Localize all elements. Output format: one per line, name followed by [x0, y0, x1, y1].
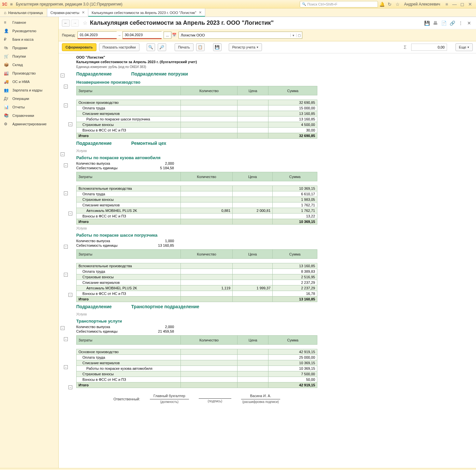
more-button[interactable]: Еще▾: [455, 43, 473, 51]
sidebar-item[interactable]: ДтОперации: [0, 94, 58, 103]
print-preview-icon[interactable]: 📋: [196, 43, 205, 51]
sidebar-item[interactable]: ⚙Администрирование: [0, 120, 58, 128]
generate-button[interactable]: Сформировать: [62, 43, 96, 51]
table-row[interactable]: Оплата труда6 610,17: [77, 191, 317, 197]
maximize-icon[interactable]: ◻: [458, 2, 466, 7]
save-icon[interactable]: 💾: [423, 20, 430, 27]
table-row[interactable]: Взносы в ФСС от НС и ПЗ13,22: [77, 214, 317, 219]
sidebar-icon: 🚚: [4, 79, 10, 84]
outline-toggle[interactable]: −: [64, 273, 68, 277]
minimize-icon[interactable]: —: [451, 2, 458, 7]
chevron-down-icon[interactable]: ▾: [290, 34, 296, 37]
table-row[interactable]: Списание материалов2 237,29: [77, 280, 317, 285]
table-row[interactable]: Вспомогательные производства13 160,85: [77, 263, 317, 269]
print-header-icon[interactable]: 🖶: [432, 20, 439, 27]
favorite-toggle-icon[interactable]: ☆: [83, 20, 87, 26]
table-row[interactable]: Страховые взносы7 500,00: [77, 371, 317, 377]
table-row[interactable]: Взносы в ФСС от НС и ПЗ30,00: [77, 128, 317, 133]
period-picker-button[interactable]: ...: [164, 32, 171, 39]
main-menu-button[interactable]: ≡: [10, 2, 13, 7]
table-row[interactable]: Оплата труда25 000,00: [77, 355, 317, 360]
table-row[interactable]: Работы по покраске шасси погрузчика13 16…: [77, 117, 317, 122]
table-row[interactable]: Страховые взносы1 983,05: [77, 197, 317, 202]
start-page-tab[interactable]: ⌂ Начальная страница: [0, 8, 47, 17]
sidebar-item-label: Операции: [12, 97, 29, 101]
sidebar-item[interactable]: 🏭Производство: [0, 69, 58, 77]
row-sum: 13 160,85: [268, 111, 317, 117]
table-row[interactable]: Оплата труда8 389,83: [77, 269, 317, 274]
close-app-icon[interactable]: ✕: [466, 2, 474, 7]
outline-toggle[interactable]: −: [64, 163, 68, 167]
global-search-input[interactable]: Поиск Ctrl+Shift+F: [300, 1, 378, 7]
tab[interactable]: Справки-расчеты✕: [47, 8, 89, 17]
outline-toggle[interactable]: −: [61, 326, 65, 330]
outline-toggle[interactable]: −: [64, 337, 68, 341]
outline-toggle[interactable]: −: [64, 85, 68, 89]
sidebar-item[interactable]: ₽Банк и касса: [0, 35, 58, 44]
sidebar-item[interactable]: 👤Руководителю: [0, 27, 58, 35]
outline-toggle[interactable]: −: [64, 191, 68, 195]
service-title: Работы по покраске кузова автомобиля: [76, 155, 317, 160]
row-name: Списание материалов: [77, 202, 181, 208]
table-row[interactable]: Вспомогательные производства10 369,15: [77, 186, 317, 191]
table-row[interactable]: Основное производство42 919,15: [77, 349, 317, 355]
table-row[interactable]: Работы по покраске кузова автомобиля10 3…: [77, 366, 317, 371]
link-icon[interactable]: 🔗: [449, 20, 456, 27]
tab-label: Калькуляция себестоимости за Апрель 2023…: [92, 11, 196, 15]
star-icon[interactable]: ☆: [394, 2, 401, 7]
sidebar-item-label: Склад: [12, 63, 23, 67]
outline-toggle[interactable]: −: [61, 152, 65, 156]
outline-toggle[interactable]: −: [61, 74, 65, 77]
close-icon[interactable]: ✕: [199, 10, 202, 15]
section-header: ПодразделениеТранспортное подразделение: [76, 304, 317, 309]
find-icon[interactable]: 🔍: [147, 43, 155, 51]
save-disk-icon[interactable]: 💾: [213, 43, 222, 51]
bell-icon[interactable]: 🔔: [378, 2, 386, 7]
outline-toggle[interactable]: −: [64, 245, 68, 249]
sum-field[interactable]: [411, 44, 447, 51]
sidebar-item[interactable]: 📊Отчеты: [0, 103, 58, 111]
nav-forward-button[interactable]: →: [71, 20, 79, 27]
table-row[interactable]: Страховые взносы4 500,00: [77, 122, 317, 128]
nav-back-button[interactable]: ←: [62, 20, 70, 27]
find-next-icon[interactable]: 🔎: [158, 43, 166, 51]
outline-toggle[interactable]: −: [68, 293, 72, 297]
table-row[interactable]: Списание материалов13 160,85: [77, 111, 317, 117]
equalizer-icon[interactable]: ≡: [443, 2, 451, 7]
tab[interactable]: Калькуляция себестоимости за Апрель 2023…: [88, 8, 205, 17]
page-title: Калькуляция себестоимости за Апрель 2023…: [90, 20, 274, 26]
outline-toggle[interactable]: −: [68, 122, 72, 126]
outline-toggle[interactable]: −: [68, 385, 72, 389]
table-row[interactable]: Основное производство32 690,85: [77, 100, 317, 105]
sidebar-item[interactable]: ≡Главное: [0, 18, 58, 27]
print-button[interactable]: Печать: [175, 43, 194, 51]
table-row[interactable]: Автоэмаль MOBIHEL PLUS 2K0,8812 000,811 …: [77, 208, 317, 214]
sidebar-item[interactable]: 📚Справочники: [0, 111, 58, 120]
close-tab-icon[interactable]: ✕: [466, 20, 473, 27]
outline-toggle[interactable]: −: [68, 212, 72, 215]
table-row[interactable]: Автоэмаль MOBIHEL PLUS 2K1,1191 999,372 …: [77, 285, 317, 291]
kebab-menu-icon[interactable]: ⋮: [457, 20, 464, 27]
outline-toggle[interactable]: −: [64, 365, 68, 369]
table-row[interactable]: Взносы в ФСС от НС и ПЗ50,00: [77, 377, 317, 382]
history-icon[interactable]: ↻: [386, 2, 394, 7]
open-org-icon[interactable]: ▢: [296, 34, 302, 37]
sidebar-item[interactable]: 🛒Покупки: [0, 52, 58, 61]
sidebar-item[interactable]: 🚚ОС и НМА: [0, 77, 58, 86]
organization-select[interactable]: Логистик ООО ▾ ▢: [179, 32, 302, 39]
table-row[interactable]: Списание материалов1 762,71: [77, 202, 317, 208]
sidebar-item[interactable]: 👥Зарплата и кадры: [0, 86, 58, 94]
table-row[interactable]: Страховые взносы2 516,95: [77, 274, 317, 280]
outline-toggle[interactable]: −: [64, 104, 68, 107]
sidebar-item[interactable]: 🛍Продажи: [0, 44, 58, 52]
row-name: Взносы в ФСС от НС и ПЗ: [77, 128, 181, 133]
close-icon[interactable]: ✕: [82, 10, 85, 15]
show-settings-button[interactable]: Показать настройки: [99, 43, 139, 51]
calendar-to-icon[interactable]: 📅: [172, 32, 177, 38]
register-button[interactable]: Регистр учета▾: [229, 43, 262, 51]
table-row[interactable]: Взносы в ФСС от НС и ПЗ16,78: [77, 291, 317, 297]
sidebar-item[interactable]: 📦Склад: [0, 61, 58, 69]
export-icon[interactable]: 📄: [440, 20, 447, 27]
table-row[interactable]: Оплата труда15 000,00: [77, 105, 317, 111]
table-row[interactable]: Списание материалов10 369,15: [77, 360, 317, 366]
